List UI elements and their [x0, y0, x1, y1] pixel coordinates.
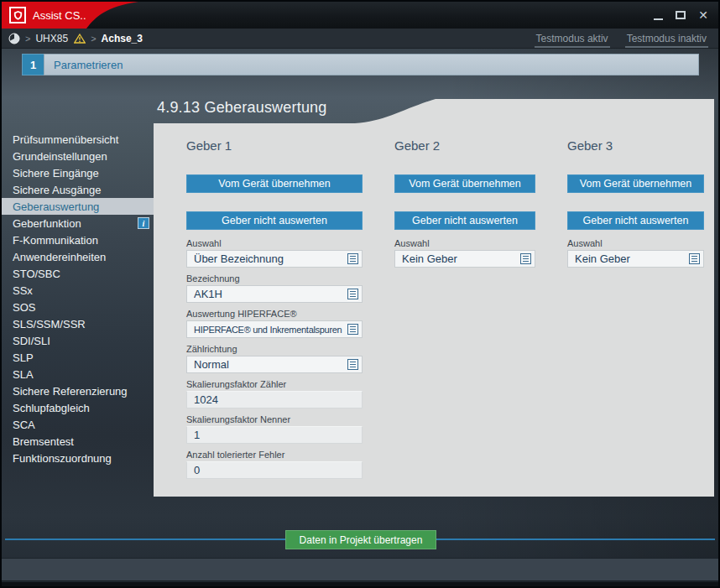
field-label: Auswahl [186, 238, 363, 248]
geber-nicht-auswerten-button[interactable]: Geber nicht auswerten [394, 211, 535, 230]
testmodus-aktiv-button[interactable]: Testmodus aktiv [535, 33, 610, 48]
select-value: Über Bezeichnung [194, 252, 347, 265]
encoder-columns: Geber 1 Vom Gerät übernehmen Geber nicht… [154, 99, 714, 497]
anzahl-tolerierter-fehler-input[interactable] [186, 461, 363, 479]
sidebar-item-bremsentest[interactable]: Bremsentest [2, 433, 154, 450]
warning-icon [74, 34, 86, 44]
sidebar-item-geberfunktion[interactable]: Geberfunktion i [2, 215, 154, 232]
sidebar-item-geberauswertung[interactable]: Geberauswertung [2, 198, 154, 215]
sidebar-item-sdi-sli[interactable]: SDI/SLI [2, 332, 154, 349]
close-icon[interactable]: ✕ [698, 9, 708, 21]
dropdown-icon [520, 253, 531, 264]
skalierungsfaktor-nenner-input[interactable] [186, 426, 363, 444]
info-icon[interactable]: i [138, 217, 149, 229]
title-bar: Assist CS.. ✕ [2, 2, 718, 29]
field-label: Zählrichtung [186, 344, 363, 354]
field-skalierungsfaktor-zaehler: Skalierungsfaktor Zähler [186, 379, 363, 408]
main-area: 1 Parametrieren 4.9.13 Geberauswertung P… [2, 49, 718, 586]
encoder-column-3: Geber 3 Vom Gerät übernehmen Geber nicht… [567, 138, 704, 497]
geber-nicht-auswerten-button[interactable]: Geber nicht auswerten [567, 211, 704, 230]
sidebar-item-label: Geberfunktion [13, 217, 81, 230]
sidebar-item-sichere-eingaenge[interactable]: Sichere Eingänge [2, 164, 154, 181]
breadcrumb-separator: > [25, 34, 30, 44]
sidebar-item-anwendereinheiten[interactable]: Anwendereinheiten [2, 248, 154, 265]
encoder-column-2: Geber 2 Vom Gerät übernehmen Geber nicht… [394, 138, 535, 497]
field-anzahl-tolerierter-fehler: Anzahl tolerierter Fehler [186, 450, 363, 479]
select-value: AK1H [194, 288, 347, 300]
field-label: Auswahl [567, 238, 704, 248]
sidebar-item-sca[interactable]: SCA [2, 416, 154, 433]
select-value: Kein Geber [575, 252, 689, 265]
auswahl-select[interactable]: Kein Geber [394, 250, 535, 268]
sidebar-item-schlupfabgleich[interactable]: Schlupfabgleich [2, 399, 154, 416]
sidebar-item-funktionszuordnung[interactable]: Funktionszuordnung [2, 450, 154, 466]
column-title: Geber 2 [394, 138, 535, 154]
red-swoosh-decoration [2, 2, 186, 29]
dropdown-icon [347, 324, 358, 335]
sidebar-item-slp[interactable]: SLP [2, 349, 154, 366]
dropdown-icon [347, 359, 358, 370]
sidebar-item-sos[interactable]: SOS [2, 299, 154, 315]
app-title: Assist CS.. [33, 9, 86, 22]
wizard-step-bar: 1 Parametrieren [22, 54, 699, 75]
dropdown-icon [347, 253, 358, 264]
column-title: Geber 3 [567, 138, 704, 154]
sidebar-item-sto-sbc[interactable]: STO/SBC [2, 265, 154, 282]
auswahl-select[interactable]: Über Bezeichnung [186, 250, 363, 268]
vom-geraet-uebernehmen-button[interactable]: Vom Gerät übernehmen [186, 174, 363, 193]
window-inner: Assist CS.. ✕ > UHX85 [2, 2, 718, 586]
field-label: Skalierungsfaktor Nenner [186, 414, 363, 424]
zaehlrichtung-select[interactable]: Normal [186, 356, 363, 373]
sidebar-item-ssx[interactable]: SSx [2, 282, 154, 299]
breadcrumb-device[interactable]: UHX85 [35, 33, 68, 44]
field-label: Skalierungsfaktor Zähler [186, 379, 363, 389]
step-parametrieren-tab[interactable]: Parametrieren [44, 54, 699, 75]
sidebar-item-sla[interactable]: SLA [2, 366, 154, 382]
globe-icon[interactable] [8, 33, 20, 44]
sidebar-item-sichere-referenzierung[interactable]: Sichere Referenzierung [2, 382, 154, 399]
auswertung-hiperface-select[interactable]: HIPERFACE® und Inkrementalspuren [186, 320, 363, 338]
maximize-icon[interactable] [676, 11, 686, 19]
field-auswahl: Auswahl Kein Geber [394, 238, 535, 268]
field-label: Bezeichnung [186, 273, 363, 284]
field-auswahl: Auswahl Über Bezeichnung [186, 238, 363, 268]
vom-geraet-uebernehmen-button[interactable]: Vom Gerät übernehmen [394, 174, 535, 193]
geber-nicht-auswerten-button[interactable]: Geber nicht auswerten [186, 211, 363, 230]
minimize-icon[interactable] [654, 18, 663, 20]
field-auswahl: Auswahl Kein Geber [567, 238, 704, 268]
field-zaehlrichtung: Zählrichtung Normal [186, 344, 363, 373]
sidebar-item-f-kommunikation[interactable]: F-Kommunikation [2, 232, 154, 248]
field-bezeichnung: Bezeichnung AK1H [186, 273, 363, 303]
field-label: Auswahl [394, 238, 535, 248]
sidebar-item-sls-ssm-ssr[interactable]: SLS/SSM/SSR [2, 315, 154, 332]
dropdown-icon [347, 289, 358, 299]
vom-geraet-uebernehmen-button[interactable]: Vom Gerät übernehmen [567, 174, 704, 193]
select-value: Normal [194, 358, 347, 371]
sidebar-item-grundeinstellungen[interactable]: Grundeinstellungen [2, 148, 154, 164]
sidebar-item-sichere-ausgaenge[interactable]: Sichere Ausgänge [2, 181, 154, 198]
content-panel: Geber 1 Vom Gerät übernehmen Geber nicht… [154, 99, 714, 497]
field-label: Anzahl tolerierter Fehler [186, 450, 363, 460]
breadcrumb: > UHX85 > Achse_3 Testmodus aktiv Testmo… [2, 29, 718, 49]
sidebar-item-pruefsummenuebersicht[interactable]: Prüfsummenübersicht [2, 131, 154, 148]
bezeichnung-select[interactable]: AK1H [186, 285, 363, 303]
bottom-edge [2, 582, 718, 586]
daten-in-projekt-uebertragen-button[interactable]: Daten in Projekt übertragen [285, 530, 436, 549]
encoder-column-1: Geber 1 Vom Gerät übernehmen Geber nicht… [186, 138, 363, 497]
dropdown-icon [689, 253, 700, 264]
app-logo-icon [9, 7, 26, 23]
field-auswertung-hiperface: Auswertung HIPERFACE® HIPERFACE® und Ink… [186, 309, 363, 338]
select-value: Kein Geber [402, 252, 520, 265]
sidebar-nav: Prüfsummenübersicht Grundeinstellungen S… [2, 131, 154, 466]
field-skalierungsfaktor-nenner: Skalierungsfaktor Nenner [186, 414, 363, 444]
app-window: Assist CS.. ✕ > UHX85 [0, 0, 720, 588]
testmodus-inaktiv-button[interactable]: Testmodus inaktiv [625, 33, 708, 48]
testmodus-switch: Testmodus aktiv Testmodus inaktiv [535, 29, 708, 48]
auswahl-select[interactable]: Kein Geber [567, 250, 704, 268]
footer-strip [2, 558, 718, 581]
breadcrumb-axis[interactable]: Achse_3 [102, 33, 143, 44]
step-number-badge: 1 [22, 54, 44, 75]
select-value: HIPERFACE® und Inkrementalspuren [194, 325, 347, 335]
column-title: Geber 1 [186, 138, 363, 154]
skalierungsfaktor-zaehler-input[interactable] [186, 391, 363, 408]
